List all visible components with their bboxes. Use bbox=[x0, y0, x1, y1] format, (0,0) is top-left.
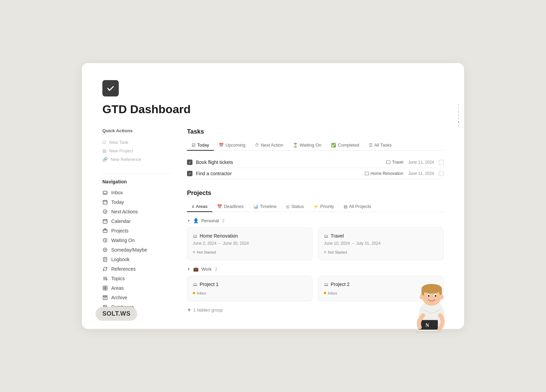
table-row: ✓ Book flight tickets Travel June 11, 20… bbox=[187, 157, 444, 168]
task-end-checkbox-find-contractor[interactable] bbox=[439, 171, 444, 176]
hidden-group-toggle[interactable]: ▼ 1 hidden group bbox=[187, 307, 444, 313]
project1-title: Project 1 bbox=[200, 282, 218, 287]
quick-actions-section: Quick Actions ☑ New Task ▤ New Project 🔗… bbox=[102, 128, 171, 164]
svg-rect-0 bbox=[106, 84, 115, 93]
task-tag-find-contractor: Home Renovation bbox=[365, 171, 403, 176]
sidebar-item-topics-label: Topics bbox=[111, 276, 125, 281]
work-project-cards: 🗂 Project 1 Inbox 🗂 bbox=[187, 276, 444, 301]
inbox-dot-p2-icon bbox=[324, 292, 326, 294]
tab-today-icon: ☑ bbox=[192, 143, 196, 148]
home-renovation-folder-icon: 🗂 bbox=[193, 233, 197, 239]
tab-projects-priority[interactable]: ⚡ Priority bbox=[308, 201, 339, 212]
svg-point-41 bbox=[435, 295, 436, 297]
home-renovation-title: Home Renovation bbox=[200, 233, 238, 239]
group-header-personal[interactable]: ▼ 👤 Personal 2 bbox=[187, 218, 444, 223]
quick-action-new-task[interactable]: ☑ New Task bbox=[102, 138, 171, 147]
sidebar-item-waiting-on-label: Waiting On bbox=[111, 238, 135, 243]
tab-projects-deadlines[interactable]: 📅 Deadlines bbox=[212, 201, 248, 212]
references-icon bbox=[102, 266, 108, 272]
sidebar-item-inbox[interactable]: Inbox bbox=[102, 188, 171, 197]
tab-projects-status[interactable]: ◎ Status bbox=[281, 201, 308, 212]
sidebar-item-today[interactable]: Today bbox=[102, 197, 171, 207]
group-personal-count: 2 bbox=[222, 218, 225, 223]
project-card-project1[interactable]: 🗂 Project 1 Inbox bbox=[187, 276, 313, 301]
tab-tasks-completed[interactable]: ✅ Completed bbox=[326, 140, 364, 151]
travel-folder-icon: 🗂 bbox=[324, 233, 328, 239]
task-checkbox-find-contractor[interactable]: ✓ bbox=[187, 171, 192, 176]
content-area: Quick Actions ☑ New Task ▤ New Project 🔗… bbox=[102, 128, 444, 315]
sidebar-item-next-actions[interactable]: Next Actions bbox=[102, 207, 171, 216]
svg-point-43 bbox=[440, 295, 444, 299]
task-tag-book-flight: Travel bbox=[386, 160, 403, 165]
svg-point-22 bbox=[106, 279, 107, 280]
briefcase-icon: 💼 bbox=[193, 267, 199, 272]
sidebar-item-someday-maybe[interactable]: Someday/Maybe bbox=[102, 245, 171, 255]
svg-rect-37 bbox=[439, 289, 442, 295]
project1-folder-icon: 🗂 bbox=[193, 282, 197, 287]
today-icon bbox=[102, 199, 108, 205]
travel-title: Travel bbox=[331, 233, 344, 239]
caret-work-icon: ▼ bbox=[187, 267, 190, 271]
svg-rect-7 bbox=[103, 220, 107, 223]
tab-tasks-all[interactable]: ☰ All Tasks bbox=[364, 140, 397, 151]
project2-folder-icon: 🗂 bbox=[324, 282, 328, 287]
tab-upcoming-icon: 📅 bbox=[219, 143, 224, 148]
sidebar-divider bbox=[102, 173, 171, 174]
svg-point-40 bbox=[428, 295, 430, 297]
tab-projects-areas[interactable]: ≡ Areas bbox=[187, 201, 212, 212]
scrollbar[interactable] bbox=[458, 104, 459, 131]
sidebar-item-logbook-label: Logbook bbox=[111, 257, 130, 262]
task-checkbox-book-flight[interactable]: ✓ bbox=[187, 160, 192, 165]
quick-action-new-project[interactable]: ▤ New Project bbox=[102, 147, 171, 155]
project2-status: Inbox bbox=[324, 291, 337, 295]
new-task-icon: ☑ bbox=[102, 140, 106, 145]
sidebar-item-logbook[interactable]: Logbook bbox=[102, 255, 171, 264]
group-header-work[interactable]: ▼ 💼 Work 2 bbox=[187, 267, 444, 272]
sidebar-item-projects[interactable]: Projects bbox=[102, 226, 171, 236]
new-reference-label: New Reference bbox=[111, 157, 141, 162]
tab-completed-icon: ✅ bbox=[331, 143, 336, 148]
main-card: GTD Dashboard Quick Actions ☑ New Task ▤… bbox=[82, 63, 464, 329]
svg-rect-26 bbox=[105, 288, 107, 290]
tab-projects-timeline[interactable]: 📊 Timeline bbox=[248, 201, 282, 212]
tab-tasks-upcoming[interactable]: 📅 Upcoming bbox=[214, 140, 250, 151]
caret-personal-icon: ▼ bbox=[187, 219, 190, 223]
svg-point-30 bbox=[103, 305, 107, 307]
new-project-label: New Project bbox=[109, 148, 133, 153]
svg-rect-27 bbox=[103, 296, 107, 297]
sidebar-item-topics[interactable]: Topics bbox=[102, 274, 171, 283]
tasks-section-title: Tasks bbox=[187, 128, 444, 135]
group-work-count: 2 bbox=[215, 267, 217, 272]
tab-projects-all[interactable]: ▤ All Projects bbox=[339, 201, 376, 212]
new-project-icon: ▤ bbox=[102, 148, 106, 153]
project1-status: Inbox bbox=[193, 291, 206, 295]
tab-next-action-icon: ⏱ bbox=[255, 143, 259, 148]
task-end-checkbox-book-flight[interactable] bbox=[439, 160, 444, 165]
sidebar-item-archive[interactable]: Archive bbox=[102, 293, 171, 302]
calendar-icon bbox=[102, 218, 108, 224]
sidebar-item-references[interactable]: References bbox=[102, 264, 171, 274]
someday-icon bbox=[102, 247, 108, 253]
svg-point-35 bbox=[421, 284, 442, 293]
sidebar-item-areas[interactable]: Areas bbox=[102, 283, 171, 293]
tab-tasks-next-action[interactable]: ⏱ Next Action bbox=[250, 140, 288, 151]
project-card-travel[interactable]: 🗂 Travel June 10, 2024 → July 31, 2024 N bbox=[318, 227, 444, 260]
svg-rect-36 bbox=[421, 289, 424, 296]
svg-line-15 bbox=[105, 241, 106, 241]
sidebar-item-waiting-on[interactable]: Waiting On bbox=[102, 236, 171, 245]
project-card-home-renovation[interactable]: 🗂 Home Renovation June 2, 2024 → June 30… bbox=[187, 227, 313, 260]
project-group-personal: ▼ 👤 Personal 2 🗂 Home Renovation bbox=[187, 218, 444, 260]
sidebar-item-calendar[interactable]: Calendar bbox=[102, 216, 171, 226]
inbox-icon bbox=[102, 190, 108, 195]
task-name-book-flight: Book flight tickets bbox=[196, 160, 233, 165]
navigation-title: Navigation bbox=[102, 179, 171, 184]
sidebar-item-archive-label: Archive bbox=[111, 295, 127, 300]
svg-rect-25 bbox=[103, 288, 105, 290]
quick-action-new-reference[interactable]: 🔗 New Reference bbox=[102, 155, 171, 164]
tab-deadlines-icon: 📅 bbox=[217, 204, 222, 209]
new-task-label: New Task bbox=[109, 140, 128, 145]
tab-tasks-today[interactable]: ☑ Today bbox=[187, 140, 214, 151]
main-content: Tasks ☑ Today 📅 Upcoming ⏱ Next Action bbox=[187, 128, 444, 315]
logbook-icon bbox=[102, 257, 108, 262]
tab-tasks-waiting-on[interactable]: ⏳ Waiting On bbox=[288, 140, 326, 151]
